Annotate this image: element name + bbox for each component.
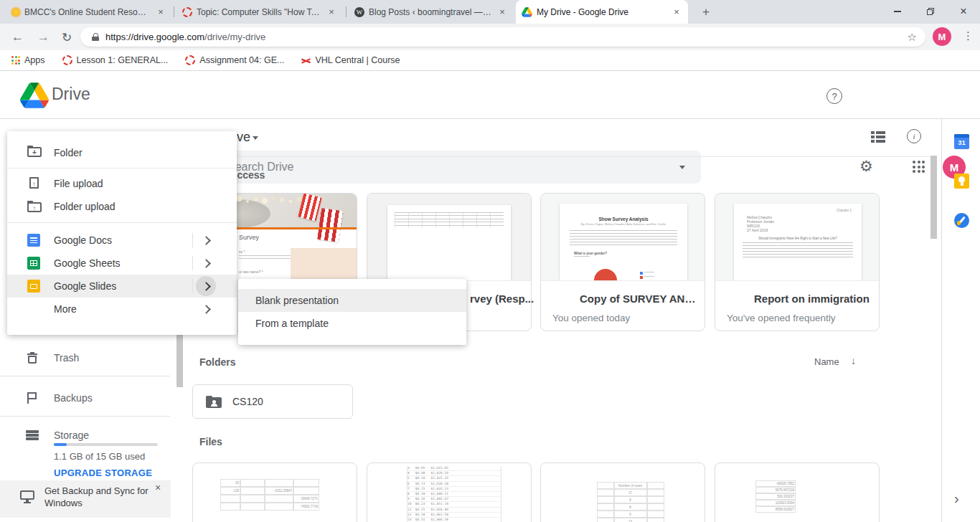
sort-by-name-button[interactable]: Name — [814, 356, 839, 367]
menu-item-folder[interactable]: + Folder — [7, 137, 237, 168]
submenu-item-blank-presentation[interactable]: Blank presentation — [238, 289, 466, 312]
upgrade-storage-link[interactable]: UPGRADE STORAGE — [54, 468, 152, 478]
file-subtitle: You've opened frequently — [727, 313, 835, 323]
tab-title: Topic: Computer Skills "How To" V — [197, 7, 321, 17]
form-field-fragment: ss * — [239, 250, 245, 254]
tab-bmcc[interactable]: BMCC's Online Student Resource × — [6, 0, 172, 24]
file-card-sheet-3[interactable]: Number of votes 17 8 8 6 13 — [540, 462, 705, 522]
menu-item-google-docs[interactable]: Google Docs — [7, 229, 237, 252]
submenu-item-label: Blank presentation — [255, 295, 339, 306]
menu-item-file-upload[interactable]: ↑ File upload — [7, 172, 237, 195]
new-tab-button[interactable]: + — [697, 4, 715, 21]
sheet-table — [395, 212, 504, 228]
sidebar-item-label: Backups — [54, 392, 93, 404]
menu-item-label: More — [54, 303, 77, 315]
submenu-item-from-a-template[interactable]: From a template — [238, 312, 466, 335]
sidebar-scrollbar[interactable] — [176, 333, 183, 387]
menu-item-folder-upload[interactable]: ↑ Folder upload — [7, 195, 237, 218]
doc-page: Chaudre 1 Melisa Chaudre Professor Jorda… — [734, 204, 862, 280]
new-folder-icon: + — [27, 145, 42, 159]
backups-flag-icon — [27, 392, 37, 404]
side-panel: 31 › — [941, 119, 980, 522]
bookmark-star-icon[interactable]: ☆ — [908, 31, 917, 44]
calendar-icon[interactable]: 31 — [954, 134, 969, 149]
close-window-button[interactable]: × — [951, 0, 976, 23]
browser-avatar[interactable]: M — [933, 27, 951, 46]
menu-divider — [7, 222, 237, 223]
slides-submenu: Blank presentation From a template — [238, 279, 466, 345]
tab-blog[interactable]: W Blog Posts ‹ boomingtravel — W × — [349, 0, 514, 24]
bookmark-label: Apps — [24, 55, 45, 65]
help-button[interactable]: ? — [826, 88, 842, 104]
menu-item-more[interactable]: More — [7, 298, 237, 321]
vhl-icon — [301, 57, 311, 65]
menu-item-label: Google Docs — [54, 234, 112, 246]
restore-button[interactable] — [918, 0, 943, 23]
back-button[interactable]: ← — [11, 30, 24, 44]
bookmark-apps[interactable]: Apps — [11, 55, 45, 65]
submenu-chevron-icon — [202, 259, 211, 268]
tab-title: BMCC's Online Student Resource — [24, 7, 151, 17]
file-card-sheet-1[interactable]: 30 1356152.25847 19645.7271 74932.7718 — [192, 462, 357, 522]
file-card-sheet-4[interactable]: -69626.7952 9975.667218 506.333237 10282… — [715, 462, 880, 522]
browser-menu-icon[interactable]: ⋮ — [963, 29, 974, 42]
file-card-sheet-2[interactable]: 3 $0.05 $1,615.05 4 $0.08 $1,620.10 5 $0… — [367, 462, 532, 522]
tab-topic[interactable]: Topic: Computer Skills "How To" V × — [176, 0, 343, 24]
address-bar[interactable]: https://drive.google.com/drive/my-drive … — [80, 27, 925, 47]
dashed-circle-icon — [62, 55, 72, 65]
sidebar-item-backups[interactable]: Backups — [0, 381, 170, 415]
backup-sync-banner[interactable]: Get Backup and Sync for Windows × — [0, 480, 171, 518]
info-button[interactable]: i — [907, 129, 921, 143]
drive-logo[interactable] — [20, 82, 49, 108]
close-icon[interactable]: × — [671, 6, 682, 17]
form-side-panel — [291, 248, 357, 280]
bookmark-vhl[interactable]: VHL Central | Course — [301, 55, 400, 65]
sidebar-divider — [0, 376, 170, 376]
close-icon[interactable]: × — [496, 6, 508, 17]
file-card-report-on-immigration[interactable]: Chaudre 1 Melisa Chaudre Professor Jorda… — [715, 193, 880, 331]
tab-drive-active[interactable]: My Drive - Google Drive × — [516, 0, 688, 24]
forward-button[interactable]: → — [37, 30, 50, 44]
view-title-caret-icon[interactable] — [253, 136, 258, 140]
sheet-mini-table: 30 1356152.25847 19645.7271 74932.7718 — [220, 479, 319, 511]
folder-card-cs120[interactable]: CS120 — [192, 384, 353, 419]
sidebar-item-label: Trash — [54, 352, 79, 364]
sheets-icon — [27, 257, 40, 270]
storage-progress-track — [54, 443, 158, 446]
form-line — [239, 255, 296, 259]
keep-icon[interactable] — [954, 174, 969, 189]
doc-question: What is your gender? — [574, 252, 687, 255]
reload-button[interactable]: ↻ — [62, 30, 72, 45]
new-menu: + Folder ↑ File upload ↑ Folder upload — [7, 131, 237, 335]
storage-used-label: 1.1 GB of 15 GB used — [54, 451, 145, 462]
submenu-chevron-icon — [202, 305, 211, 314]
submenu-item-label: From a template — [255, 318, 329, 329]
doc-heading: Should Immigrants Have the Right to Star… — [734, 237, 862, 240]
folders-heading: Folders — [199, 356, 236, 368]
tasks-icon[interactable] — [954, 213, 969, 228]
file-upload-icon: ↑ — [29, 177, 44, 191]
close-icon[interactable]: × — [155, 6, 166, 17]
file-card-footer: Copy of SURVEY ANALYSIS You opened today — [541, 280, 705, 331]
bookmark-lesson1[interactable]: Lesson 1: GENERAL... — [62, 55, 169, 65]
menu-item-label: Folder — [54, 147, 83, 158]
minimize-button[interactable] — [885, 0, 910, 23]
sort-direction-arrow-icon[interactable]: ↓ — [851, 355, 856, 366]
close-icon[interactable]: × — [326, 6, 337, 17]
expand-panel-chevron-icon[interactable]: › — [954, 490, 959, 507]
file-card-footer: Report on immigration You've opened freq… — [715, 280, 879, 331]
file-card-copy-of-survey-analysis[interactable]: Show Survey Analysis By: Felicia Yogan, … — [540, 193, 705, 331]
sidebar-item-trash[interactable]: Trash — [0, 341, 170, 375]
bookmark-assignment04[interactable]: Assignment 04: GE... — [185, 55, 284, 65]
file-subtitle: You opened today — [552, 313, 630, 323]
banner-close-icon[interactable]: × — [155, 482, 161, 493]
pie-chart-shape — [594, 269, 617, 280]
menu-item-google-slides[interactable]: Google Slides — [7, 275, 237, 298]
dashed-circle-icon — [182, 7, 192, 17]
list-view-button[interactable] — [871, 130, 885, 143]
shared-folder-icon — [206, 396, 222, 408]
menu-item-google-sheets[interactable]: Google Sheets — [7, 252, 237, 275]
main-scrollbar[interactable] — [930, 156, 937, 239]
sidebar-item-label: Storage — [54, 430, 89, 441]
submenu-chevron-icon — [202, 236, 211, 245]
